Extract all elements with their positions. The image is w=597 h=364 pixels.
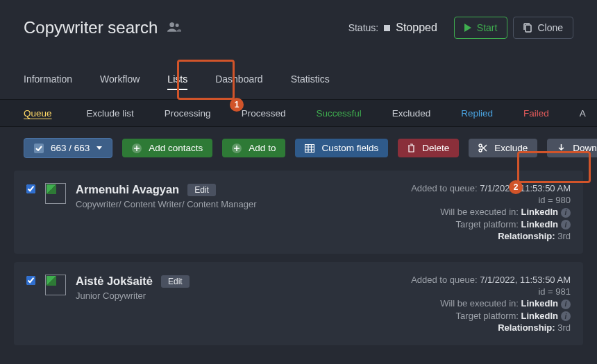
- page-title: Copywriter search: [24, 18, 158, 37]
- start-button[interactable]: Start: [454, 17, 508, 39]
- tab-information[interactable]: Information: [24, 67, 72, 98]
- relation-value: 3rd: [557, 322, 571, 333]
- add-contacts-button[interactable]: Add contacts: [122, 139, 212, 157]
- contact-subtitle: Copywriter/ Content Writer/ Content Mana…: [76, 199, 401, 209]
- status-label: Status:: [348, 22, 379, 33]
- added-value: 7/1/2022, 11:53:50 AM: [480, 183, 571, 193]
- filter-processed[interactable]: Processed: [226, 108, 301, 119]
- broken-image-icon: [47, 184, 56, 194]
- target-value: LinkedIn: [521, 219, 558, 229]
- relation-label: Relationship:: [498, 322, 555, 333]
- scissors-icon: [478, 144, 487, 153]
- filter-exclude-list[interactable]: Exclude list: [72, 108, 149, 119]
- stopped-icon: [384, 25, 390, 31]
- clone-button[interactable]: Clone: [513, 17, 573, 39]
- execute-label: Will be executed in:: [440, 207, 519, 217]
- edit-button[interactable]: Edit: [161, 275, 190, 288]
- relation-label: Relationship:: [498, 231, 555, 241]
- filter-queue[interactable]: Queue: [24, 108, 72, 119]
- play-icon: [464, 24, 471, 32]
- execute-value: LinkedIn: [521, 298, 558, 309]
- trash-icon: [407, 144, 415, 153]
- svg-point-1: [176, 24, 179, 27]
- filter-excluded[interactable]: Excluded: [377, 108, 446, 119]
- filter-failed[interactable]: Failed: [508, 108, 564, 119]
- download-icon: [557, 144, 566, 153]
- tab-statistics[interactable]: Statistics: [291, 67, 330, 98]
- exclude-button[interactable]: Exclude: [469, 139, 537, 157]
- tab-workflow[interactable]: Workflow: [100, 67, 140, 98]
- row-checkbox[interactable]: [26, 184, 35, 193]
- edit-button[interactable]: Edit: [187, 184, 216, 196]
- svg-point-0: [170, 22, 175, 27]
- svg-rect-5: [305, 144, 314, 152]
- delete-button[interactable]: Delete: [398, 139, 459, 157]
- execute-label: Will be executed in:: [440, 298, 519, 309]
- relation-value: 3rd: [557, 231, 571, 241]
- custom-fields-button[interactable]: Custom fields: [295, 139, 388, 157]
- filter-replied[interactable]: Replied: [446, 108, 508, 119]
- broken-image-icon: [47, 276, 56, 286]
- status-value: Stopped: [396, 21, 437, 34]
- filter-all-truncated[interactable]: A: [564, 108, 597, 119]
- added-label: Added to queue:: [411, 275, 477, 285]
- added-label: Added to queue:: [411, 183, 477, 193]
- people-icon: [167, 22, 181, 34]
- filter-successful[interactable]: Successful: [301, 108, 376, 119]
- contact-card: Armenuhi Avagyan Edit Copywriter/ Conten…: [14, 171, 583, 254]
- id-line: id = 981: [411, 286, 571, 297]
- select-all-checkbox-icon: [34, 144, 44, 153]
- tab-lists[interactable]: Lists: [167, 67, 187, 98]
- contact-name[interactable]: Armenuhi Avagyan: [76, 183, 179, 196]
- copy-icon: [523, 23, 532, 33]
- plus-circle-icon: [132, 144, 142, 153]
- selection-counter[interactable]: 663 / 663: [24, 138, 112, 158]
- execute-value: LinkedIn: [521, 207, 558, 217]
- download-button[interactable]: Download: [547, 139, 597, 157]
- info-icon[interactable]: i: [561, 311, 571, 321]
- info-icon[interactable]: i: [561, 208, 571, 218]
- svg-rect-2: [525, 25, 531, 32]
- svg-point-7: [479, 149, 482, 152]
- contact-name[interactable]: Aistė Jokšaitė: [76, 275, 153, 288]
- contact-card: Aistė Jokšaitė Edit Junior Copywriter Ad…: [14, 262, 583, 345]
- target-label: Target platform:: [456, 219, 519, 229]
- row-checkbox[interactable]: [26, 276, 35, 285]
- added-value: 7/1/2022, 11:53:50 AM: [480, 275, 571, 285]
- tab-dashboard[interactable]: Dashboard: [215, 67, 263, 98]
- add-to-button[interactable]: Add to: [222, 139, 285, 157]
- info-icon[interactable]: i: [561, 220, 571, 229]
- plus-circle-icon: [232, 144, 242, 153]
- contact-subtitle: Junior Copywriter: [76, 291, 401, 301]
- info-icon[interactable]: i: [561, 300, 571, 309]
- id-line: id = 980: [411, 195, 571, 205]
- grid-icon: [305, 144, 314, 153]
- svg-point-6: [479, 144, 482, 147]
- avatar: [45, 275, 66, 295]
- target-value: LinkedIn: [521, 311, 558, 321]
- filter-processing[interactable]: Processing: [149, 108, 226, 119]
- chevron-down-icon: [96, 146, 102, 150]
- target-label: Target platform:: [456, 311, 519, 321]
- avatar: [45, 183, 66, 204]
